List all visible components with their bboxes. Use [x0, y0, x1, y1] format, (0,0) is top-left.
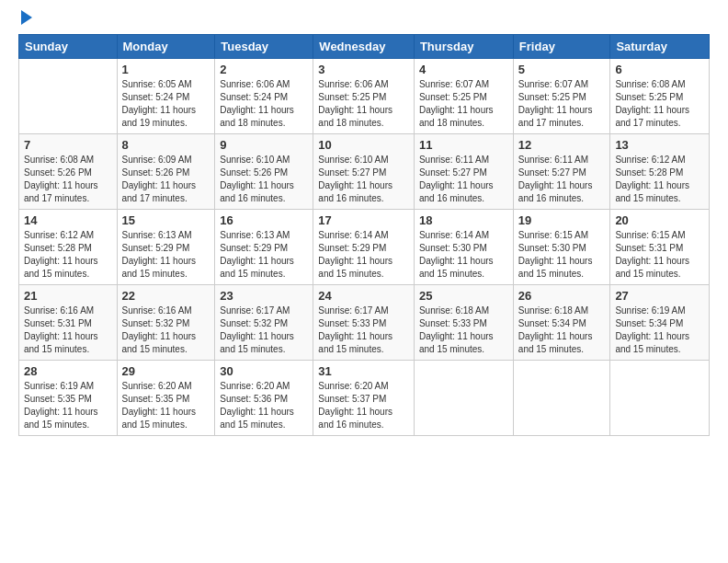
day-info: Sunrise: 6:15 AM Sunset: 5:31 PM Dayligh… [615, 229, 704, 281]
daylight-text: Daylight: 11 hours and 16 minutes. [220, 180, 294, 203]
sunrise-text: Sunrise: 6:19 AM [615, 305, 685, 316]
calendar-cell: 2 Sunrise: 6:06 AM Sunset: 5:24 PM Dayli… [215, 59, 313, 134]
calendar-cell: 31 Sunrise: 6:20 AM Sunset: 5:37 PM Dayl… [313, 361, 415, 436]
daylight-text: Daylight: 11 hours and 15 minutes. [419, 256, 494, 279]
daylight-text: Daylight: 11 hours and 15 minutes. [419, 331, 494, 354]
calendar-cell: 24 Sunrise: 6:17 AM Sunset: 5:33 PM Dayl… [313, 285, 415, 361]
calendar-header-saturday: Saturday [610, 35, 710, 59]
day-number: 5 [518, 63, 606, 76]
calendar-header-friday: Friday [513, 35, 610, 59]
calendar-cell: 17 Sunrise: 6:14 AM Sunset: 5:29 PM Dayl… [313, 210, 415, 285]
daylight-text: Daylight: 11 hours and 15 minutes. [615, 180, 689, 203]
calendar-cell: 6 Sunrise: 6:08 AM Sunset: 5:25 PM Dayli… [610, 59, 710, 134]
day-info: Sunrise: 6:16 AM Sunset: 5:32 PM Dayligh… [122, 304, 210, 356]
day-number: 18 [419, 213, 508, 227]
day-number: 4 [419, 63, 508, 76]
day-number: 19 [518, 213, 606, 227]
sunset-text: Sunset: 5:34 PM [615, 318, 683, 328]
calendar-cell [414, 361, 513, 436]
calendar-cell: 26 Sunrise: 6:18 AM Sunset: 5:34 PM Dayl… [513, 285, 610, 361]
sunrise-text: Sunrise: 6:07 AM [518, 79, 588, 89]
day-number: 21 [24, 289, 112, 303]
sunset-text: Sunset: 5:31 PM [24, 318, 92, 328]
daylight-text: Daylight: 11 hours and 16 minutes. [318, 180, 392, 203]
sunset-text: Sunset: 5:33 PM [318, 318, 386, 328]
calendar-cell: 29 Sunrise: 6:20 AM Sunset: 5:35 PM Dayl… [117, 361, 215, 436]
day-info: Sunrise: 6:06 AM Sunset: 5:25 PM Dayligh… [318, 78, 409, 130]
day-info: Sunrise: 6:14 AM Sunset: 5:30 PM Dayligh… [419, 229, 508, 281]
day-info: Sunrise: 6:18 AM Sunset: 5:34 PM Dayligh… [518, 304, 606, 356]
sunset-text: Sunset: 5:25 PM [518, 92, 586, 102]
daylight-text: Daylight: 11 hours and 15 minutes. [24, 331, 98, 354]
sunset-text: Sunset: 5:30 PM [419, 243, 487, 253]
day-number: 17 [318, 213, 409, 227]
daylight-text: Daylight: 11 hours and 15 minutes. [220, 331, 294, 354]
sunset-text: Sunset: 5:30 PM [518, 243, 586, 253]
day-number: 22 [122, 289, 210, 303]
sunrise-text: Sunrise: 6:15 AM [615, 230, 685, 240]
daylight-text: Daylight: 11 hours and 18 minutes. [220, 105, 294, 128]
calendar-cell: 14 Sunrise: 6:12 AM Sunset: 5:28 PM Dayl… [19, 210, 118, 285]
calendar-header-monday: Monday [117, 35, 215, 59]
day-info: Sunrise: 6:18 AM Sunset: 5:33 PM Dayligh… [419, 304, 508, 356]
sunrise-text: Sunrise: 6:17 AM [220, 305, 290, 316]
calendar-header-row: SundayMondayTuesdayWednesdayThursdayFrid… [19, 35, 710, 59]
sunrise-text: Sunrise: 6:05 AM [122, 79, 192, 89]
day-number: 10 [318, 138, 409, 152]
calendar-cell: 25 Sunrise: 6:18 AM Sunset: 5:33 PM Dayl… [414, 285, 513, 361]
daylight-text: Daylight: 11 hours and 15 minutes. [24, 256, 98, 279]
sunset-text: Sunset: 5:24 PM [122, 92, 190, 102]
sunset-text: Sunset: 5:33 PM [419, 318, 487, 328]
page: SundayMondayTuesdayWednesdayThursdayFrid… [0, 0, 728, 563]
calendar-cell: 20 Sunrise: 6:15 AM Sunset: 5:31 PM Dayl… [610, 210, 710, 285]
calendar-header-tuesday: Tuesday [215, 35, 313, 59]
sunrise-text: Sunrise: 6:10 AM [318, 155, 388, 165]
sunrise-text: Sunrise: 6:20 AM [122, 381, 192, 391]
daylight-text: Daylight: 11 hours and 15 minutes. [24, 407, 98, 430]
day-number: 20 [615, 213, 704, 227]
sunrise-text: Sunrise: 6:15 AM [518, 230, 588, 240]
calendar-cell: 30 Sunrise: 6:20 AM Sunset: 5:36 PM Dayl… [215, 361, 313, 436]
sunset-text: Sunset: 5:27 PM [419, 167, 487, 178]
calendar-cell: 22 Sunrise: 6:16 AM Sunset: 5:32 PM Dayl… [117, 285, 215, 361]
calendar-cell: 19 Sunrise: 6:15 AM Sunset: 5:30 PM Dayl… [513, 210, 610, 285]
sunset-text: Sunset: 5:27 PM [518, 167, 586, 178]
day-info: Sunrise: 6:13 AM Sunset: 5:29 PM Dayligh… [220, 229, 308, 281]
sunrise-text: Sunrise: 6:13 AM [122, 230, 192, 240]
logo [18, 14, 32, 25]
calendar-header-sunday: Sunday [19, 35, 118, 59]
calendar-cell: 5 Sunrise: 6:07 AM Sunset: 5:25 PM Dayli… [513, 59, 610, 134]
day-number: 30 [220, 364, 308, 378]
sunset-text: Sunset: 5:32 PM [122, 318, 190, 328]
day-number: 7 [24, 138, 112, 152]
daylight-text: Daylight: 11 hours and 15 minutes. [220, 407, 294, 430]
day-number: 8 [122, 138, 210, 152]
day-info: Sunrise: 6:06 AM Sunset: 5:24 PM Dayligh… [220, 78, 308, 130]
sunset-text: Sunset: 5:31 PM [615, 243, 683, 253]
day-info: Sunrise: 6:05 AM Sunset: 5:24 PM Dayligh… [122, 78, 210, 130]
day-number: 24 [318, 289, 409, 303]
sunset-text: Sunset: 5:37 PM [318, 394, 386, 404]
sunrise-text: Sunrise: 6:17 AM [318, 305, 388, 316]
day-number: 9 [220, 138, 308, 152]
day-info: Sunrise: 6:11 AM Sunset: 5:27 PM Dayligh… [419, 154, 508, 205]
day-number: 12 [518, 138, 606, 152]
calendar-cell [610, 361, 710, 436]
daylight-text: Daylight: 11 hours and 15 minutes. [318, 256, 392, 279]
sunrise-text: Sunrise: 6:14 AM [318, 230, 388, 240]
calendar-header-thursday: Thursday [414, 35, 513, 59]
calendar-cell: 12 Sunrise: 6:11 AM Sunset: 5:27 PM Dayl… [513, 134, 610, 210]
calendar-week-row: 14 Sunrise: 6:12 AM Sunset: 5:28 PM Dayl… [19, 210, 710, 285]
sunrise-text: Sunrise: 6:10 AM [220, 155, 290, 165]
daylight-text: Daylight: 11 hours and 16 minutes. [419, 180, 494, 203]
day-number: 15 [122, 213, 210, 227]
calendar-cell: 28 Sunrise: 6:19 AM Sunset: 5:35 PM Dayl… [19, 361, 118, 436]
daylight-text: Daylight: 11 hours and 15 minutes. [122, 256, 197, 279]
daylight-text: Daylight: 11 hours and 17 minutes. [24, 180, 98, 203]
calendar-cell [19, 59, 118, 134]
sunrise-text: Sunrise: 6:07 AM [419, 79, 489, 89]
calendar-week-row: 21 Sunrise: 6:16 AM Sunset: 5:31 PM Dayl… [19, 285, 710, 361]
day-info: Sunrise: 6:09 AM Sunset: 5:26 PM Dayligh… [122, 154, 210, 205]
day-info: Sunrise: 6:07 AM Sunset: 5:25 PM Dayligh… [518, 78, 606, 130]
sunrise-text: Sunrise: 6:12 AM [24, 230, 94, 240]
